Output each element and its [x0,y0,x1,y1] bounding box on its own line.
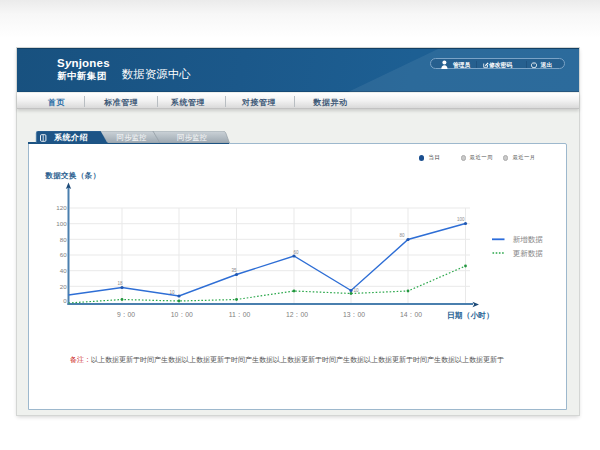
svg-text:60: 60 [60,251,67,258]
svg-text:35: 35 [232,268,238,273]
svg-text:10: 10 [354,288,360,293]
svg-text:14：00: 14：00 [400,311,422,318]
svg-text:12：00: 12：00 [286,311,308,318]
svg-text:日期（小时）: 日期（小时） [447,311,494,320]
svg-text:18: 18 [118,281,124,286]
svg-text:10：00: 10：00 [171,311,193,318]
svg-text:数据交换（条）: 数据交换（条） [44,171,100,180]
svg-text:10: 10 [170,290,176,295]
svg-text:80: 80 [60,236,67,243]
svg-text:9：00: 9：00 [117,311,135,318]
svg-text:20: 20 [60,283,67,290]
svg-text:100: 100 [457,217,465,222]
svg-text:0: 0 [63,297,67,304]
svg-text:60: 60 [294,250,300,255]
svg-text:40: 40 [60,267,67,274]
svg-text:13：00: 13：00 [343,311,365,318]
svg-text:更新数据: 更新数据 [513,249,544,258]
svg-text:11：00: 11：00 [229,311,251,318]
svg-text:120: 120 [56,204,67,211]
svg-text:新增数据: 新增数据 [513,235,544,244]
svg-text:80: 80 [400,233,406,238]
svg-text:100: 100 [56,220,67,227]
